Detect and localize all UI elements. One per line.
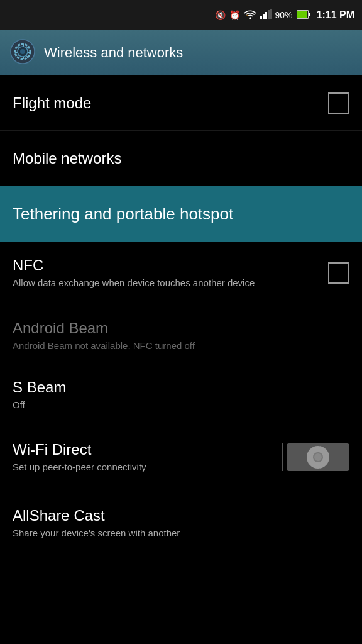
android-beam-content: Android Beam Android Beam not available.… [13,319,349,352]
svg-rect-7 [297,11,307,18]
svg-rect-8 [309,13,310,16]
svg-rect-3 [265,12,267,19]
wifi-direct-title: Wi-Fi Direct [13,441,282,458]
svg-rect-2 [263,14,265,19]
wifi-icon [244,9,256,21]
allshare-cast-content: AllShare Cast Share your device's screen… [13,507,349,540]
tethering-hotspot-content: Tethering and portable hotspot [13,204,349,224]
nfc-subtitle: Allow data exchange when device touches … [13,277,328,289]
s-beam-content: S Beam Off [13,379,349,411]
nfc-content: NFC Allow data exchange when device touc… [13,257,328,289]
s-beam-subtitle: Off [13,399,349,411]
wifi-direct-content: Wi-Fi Direct Set up peer-to-peer connect… [13,441,282,474]
status-time: 1:11 PM [317,9,354,21]
header-icon [10,39,35,67]
flight-mode-title: Flight mode [13,94,328,112]
android-beam-item[interactable]: Android Beam Android Beam not available.… [0,304,362,367]
settings-list: Flight mode Mobile networks Tethering an… [0,75,362,555]
android-beam-subtitle: Android Beam not available. NFC turned o… [13,340,349,352]
svg-rect-4 [268,10,270,19]
tethering-hotspot-title: Tethering and portable hotspot [13,204,349,224]
android-beam-title: Android Beam [13,319,349,337]
signal-icon [260,9,272,21]
allshare-cast-title: AllShare Cast [13,507,349,525]
svg-rect-1 [260,16,262,19]
battery-percent: 90% [275,10,293,20]
battery-icon [297,10,310,21]
flight-mode-item[interactable]: Flight mode [0,75,362,131]
toggle-knob [307,446,329,469]
s-beam-item[interactable]: S Beam Off [0,367,362,423]
alarm-icon: ⏰ [229,10,240,20]
header-title: Wireless and networks [44,45,183,61]
mobile-networks-content: Mobile networks [13,150,349,167]
svg-point-14 [20,49,25,54]
nfc-item[interactable]: NFC Allow data exchange when device touc… [0,242,362,304]
page-header: Wireless and networks [0,30,362,75]
status-bar: 🔇 ⏰ 90% [0,0,362,30]
nfc-title: NFC [13,257,328,274]
svg-rect-5 [270,9,272,19]
nfc-checkbox[interactable] [328,262,349,284]
wifi-direct-subtitle: Set up peer-to-peer connectivity [13,461,282,474]
mute-icon: 🔇 [215,10,226,20]
wifi-direct-toggle[interactable] [287,443,349,471]
status-icons: 🔇 ⏰ 90% [215,9,355,21]
tethering-hotspot-item[interactable]: Tethering and portable hotspot [0,186,362,242]
flight-mode-content: Flight mode [13,94,328,112]
mobile-networks-item[interactable]: Mobile networks [0,131,362,186]
toggle-divider [282,443,283,471]
svg-point-0 [249,17,251,19]
mobile-networks-title: Mobile networks [13,150,349,167]
allshare-cast-subtitle: Share your device's screen with another [13,527,349,540]
s-beam-title: S Beam [13,379,349,396]
flight-mode-checkbox[interactable] [328,92,349,114]
wifi-direct-item[interactable]: Wi-Fi Direct Set up peer-to-peer connect… [0,423,362,492]
toggle-knob-inner [313,452,323,462]
allshare-cast-item[interactable]: AllShare Cast Share your device's screen… [0,492,362,555]
wifi-direct-toggle-container[interactable] [282,443,349,471]
